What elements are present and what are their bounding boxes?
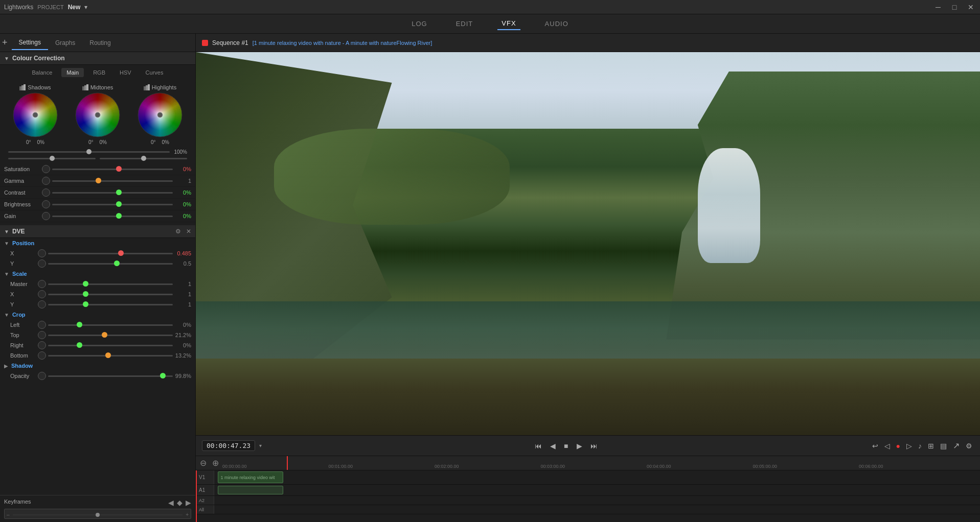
crop-left-reset[interactable] <box>38 321 46 329</box>
cc-tab-rgb[interactable]: RGB <box>88 68 110 77</box>
v1-clip[interactable]: 1 minute relaxing video wit <box>218 471 283 483</box>
kf-zoom-in[interactable]: + <box>186 512 189 517</box>
cc-tab-hsv[interactable]: HSV <box>115 68 136 77</box>
opacity-reset[interactable] <box>38 372 46 380</box>
prev-frame-button[interactable]: ◀ <box>548 441 558 451</box>
tab-settings[interactable]: Settings <box>12 36 48 50</box>
crop-header[interactable]: ▼ Crop <box>0 310 195 320</box>
position-x-reset[interactable] <box>38 249 46 257</box>
nav-audio[interactable]: AUDIO <box>541 18 573 30</box>
crop-top-reset[interactable] <box>38 331 46 339</box>
crop-right-slider[interactable] <box>48 345 173 346</box>
colour-correction-header[interactable]: ▼ Colour Correction <box>0 52 195 65</box>
midtones-wheel-canvas[interactable] <box>75 92 120 137</box>
crop-top-slider[interactable] <box>48 335 173 336</box>
scale-master-reset[interactable] <box>38 280 46 288</box>
saturation-reset[interactable] <box>42 165 50 173</box>
a1-clip[interactable] <box>218 486 283 494</box>
dve-header[interactable]: ▼ DVE ⚙ ✕ <box>0 225 195 238</box>
gain-reset[interactable] <box>42 212 50 220</box>
clip-view-icon[interactable]: ▤ <box>939 441 948 451</box>
contrast-reset[interactable] <box>42 188 50 197</box>
timecode-dropdown[interactable]: ▾ <box>259 443 262 448</box>
contrast-slider[interactable] <box>52 192 173 194</box>
fullscreen-icon[interactable]: ↗ <box>951 440 961 452</box>
timeline-zoom-in-icon[interactable]: ⊕ <box>212 458 222 468</box>
brightness-label: Brightness <box>4 201 40 207</box>
saturation-slider[interactable] <box>52 169 173 170</box>
play-button[interactable]: ▶ <box>575 441 584 451</box>
highlights-wheel-canvas[interactable] <box>138 92 183 137</box>
keyframes-next-button[interactable]: ▶ <box>186 499 191 507</box>
v1-track-label: V1 <box>196 470 214 484</box>
dve-close-icon[interactable]: ✕ <box>186 228 191 235</box>
brightness-slider[interactable] <box>52 204 173 205</box>
project-name[interactable]: New <box>68 4 81 11</box>
keyframes-bar[interactable]: – + <box>4 509 191 519</box>
loop-icon[interactable]: ↩ <box>871 441 880 451</box>
go-to-start-button[interactable]: ⏮ <box>533 441 544 451</box>
shadows-wheel-canvas[interactable] <box>13 92 58 137</box>
scale-x-reset[interactable] <box>38 290 46 298</box>
nav-log[interactable]: LOG <box>407 18 431 30</box>
scale-x-slider[interactable] <box>48 294 173 295</box>
timecode-display[interactable]: 00:00:47.23 <box>202 440 255 451</box>
keyframes-add-button[interactable]: ◆ <box>177 499 183 507</box>
keyframes-prev-button[interactable]: ◀ <box>168 499 174 507</box>
gain-slider[interactable] <box>52 216 173 217</box>
gamma-slider[interactable] <box>52 180 173 182</box>
shadow-header[interactable]: ▶ Shadow <box>0 361 195 371</box>
tab-routing[interactable]: Routing <box>82 36 118 50</box>
v1-track-content[interactable]: 1 minute relaxing video wit <box>214 470 980 484</box>
add-tab-button[interactable]: + <box>2 37 8 48</box>
settings-icon[interactable]: ⚙ <box>964 441 974 451</box>
highlights-master-track[interactable] <box>100 158 187 159</box>
a2-track-content[interactable] <box>214 496 980 505</box>
cc-tab-balance[interactable]: Balance <box>27 68 58 77</box>
close-button[interactable]: ✕ <box>966 3 976 11</box>
scale-y-slider[interactable] <box>48 304 173 305</box>
crop-left-slider[interactable] <box>48 324 173 326</box>
stop-button[interactable]: ■ <box>562 441 570 451</box>
midtones-master-track[interactable] <box>8 158 96 159</box>
shadows-master-slider[interactable]: 100% <box>8 149 187 155</box>
ruler-mark-3: 00:03:00.00 <box>540 464 565 469</box>
brightness-reset[interactable] <box>42 200 50 208</box>
nav-vfx[interactable]: VFX <box>497 17 520 30</box>
audio-icon[interactable]: ♪ <box>917 441 923 451</box>
kf-zoom-out[interactable]: – <box>7 512 10 517</box>
position-x-slider[interactable] <box>48 253 173 254</box>
marker-next-icon[interactable]: ▷ <box>905 441 914 451</box>
position-header[interactable]: ▼ Position <box>0 238 195 248</box>
crop-right-reset[interactable] <box>38 341 46 349</box>
nav-edit[interactable]: EDIT <box>452 18 477 30</box>
cc-tab-main[interactable]: Main <box>61 68 84 77</box>
scale-master-slider[interactable] <box>48 283 173 285</box>
minimize-button[interactable]: ─ <box>933 3 943 11</box>
grid-view-icon[interactable]: ⊞ <box>926 441 936 451</box>
crop-bottom-reset[interactable] <box>38 351 46 360</box>
a1-track-content[interactable] <box>214 485 980 495</box>
record-icon[interactable]: ● <box>895 441 902 451</box>
position-y-slider[interactable] <box>48 263 173 265</box>
scale-y-reset[interactable] <box>38 300 46 309</box>
marker-prev-icon[interactable]: ◁ <box>883 441 892 451</box>
timeline-zoom-out-icon[interactable]: ⊖ <box>200 458 210 468</box>
opacity-slider[interactable] <box>48 375 173 377</box>
gamma-reset[interactable] <box>42 177 50 185</box>
gamma-value: 1 <box>175 178 191 184</box>
dve-gear-icon[interactable]: ⚙ <box>175 228 181 235</box>
brightness-value: 0% <box>175 201 191 207</box>
cc-tab-curves[interactable]: Curves <box>141 68 169 77</box>
tab-graphs[interactable]: Graphs <box>48 36 82 50</box>
project-dropdown[interactable]: ▾ <box>84 4 87 11</box>
scale-x-value: 1 <box>175 291 191 297</box>
maximize-button[interactable]: □ <box>949 3 960 11</box>
scale-header[interactable]: ▼ Scale <box>0 269 195 279</box>
crop-bottom-slider[interactable] <box>48 355 173 357</box>
highlights-percent: 0% <box>162 139 169 145</box>
timeline-area: ⊖ ⊕ 00:00:00.00 00:01:00.00 00:02:00.00 … <box>196 456 980 522</box>
position-y-reset[interactable] <box>38 259 46 268</box>
all-track-content[interactable] <box>214 505 980 514</box>
go-to-end-button[interactable]: ⏭ <box>588 441 600 451</box>
